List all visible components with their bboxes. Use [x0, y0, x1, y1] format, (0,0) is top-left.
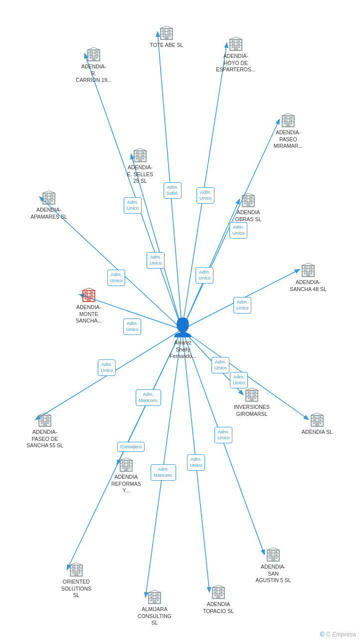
role-badge-b3[interactable]: Adm.Unico — [124, 197, 142, 214]
node-label-adendia_monte_sancha: ADENDIA-MONTESANCHA... — [76, 304, 102, 324]
role-badge-b11[interactable]: Adm.Unico — [230, 372, 248, 388]
svg-rect-194 — [44, 422, 46, 426]
company-node-adendia_monte_sancha[interactable]: ADENDIA-MONTESANCHA... — [69, 287, 109, 324]
svg-rect-40 — [163, 32, 164, 34]
svg-rect-44 — [166, 35, 168, 39]
svg-rect-204 — [129, 461, 130, 463]
company-node-inversiones_giromar[interactable]: INVERSIONESGIROMARSL — [232, 386, 272, 417]
node-label-oriented_solutions: ORIENTEDSOLUTIONSSL — [61, 579, 92, 599]
svg-rect-206 — [129, 464, 130, 466]
svg-rect-102 — [244, 203, 246, 204]
svg-rect-191 — [47, 419, 49, 421]
company-node-adendia_sl[interactable]: ADENDIA SL — [297, 411, 337, 436]
svg-rect-253 — [157, 600, 159, 601]
company-node-adendia_san_agustin[interactable]: ADENDIA-SANAGUSTIN 5 SL — [253, 546, 293, 584]
role-badge-b14[interactable]: Consejero — [117, 442, 145, 452]
svg-rect-134 — [307, 273, 309, 277]
svg-rect-205 — [122, 464, 124, 466]
svg-rect-223 — [276, 557, 277, 559]
node-label-adendia_sancha48: ADENDIA-SANCHA 48 SL — [290, 279, 327, 293]
svg-rect-179 — [316, 422, 318, 426]
svg-rect-71 — [291, 120, 292, 121]
svg-rect-219 — [276, 551, 277, 553]
svg-rect-115 — [45, 197, 46, 199]
svg-rect-193 — [47, 422, 49, 424]
company-node-adendia_r_carrion[interactable]: ADENDIA-R.CARRION 19... — [74, 46, 114, 84]
svg-rect-188 — [41, 416, 42, 418]
svg-rect-161 — [254, 394, 256, 396]
node-label-adendia_e_selles: ADENDIA-E. SELLES25 SL — [127, 164, 154, 185]
svg-rect-249 — [157, 594, 159, 595]
svg-rect-159 — [254, 391, 256, 393]
svg-rect-173 — [313, 416, 315, 418]
svg-rect-148 — [91, 298, 93, 299]
role-badge-b15[interactable]: Adm.Mancom. — [151, 464, 176, 481]
svg-rect-222 — [269, 557, 271, 559]
svg-rect-189 — [47, 416, 49, 418]
svg-rect-101 — [251, 200, 252, 201]
company-node-adendia_obras_sl[interactable]: ADENDIAOBRAS SL — [228, 192, 268, 223]
role-badge-b8[interactable]: Adm.Unico — [123, 319, 141, 335]
role-badge-b17[interactable]: Adm.Unico — [214, 427, 232, 443]
company-node-adendia_paseo_miramar[interactable]: ADENDIA-PASEOMIRAMAR... — [268, 112, 308, 150]
company-node-adendia_apamares[interactable]: ADENDIA-APAMARES SL — [29, 189, 69, 220]
svg-rect-128 — [304, 267, 306, 268]
svg-rect-54 — [238, 40, 240, 42]
svg-rect-143 — [85, 292, 86, 293]
svg-rect-238 — [79, 572, 80, 574]
svg-rect-163 — [254, 397, 256, 399]
svg-rect-252 — [151, 600, 152, 601]
role-badge-b4[interactable]: Adm.Unico — [147, 252, 165, 269]
svg-rect-174 — [320, 416, 321, 418]
company-node-adendia_topacio[interactable]: ADENDIATOPACIO SL — [198, 584, 238, 615]
svg-rect-178 — [320, 422, 321, 424]
svg-rect-23 — [90, 51, 91, 52]
role-badge-b6[interactable]: Adm.Unico — [229, 222, 247, 239]
company-node-tote_abe_sl[interactable]: TOTE ABE SL — [147, 24, 186, 49]
svg-rect-176 — [320, 419, 321, 421]
company-node-oriented_solutions[interactable]: ORIENTEDSOLUTIONSSL — [56, 561, 96, 599]
svg-rect-58 — [238, 46, 240, 48]
svg-rect-104 — [247, 203, 249, 207]
graph-canvas: 👤 AlvarezShellyFernando... © © Empresa A… — [0, 0, 363, 644]
svg-rect-250 — [151, 597, 152, 598]
company-node-adendia_paseo_sancha55[interactable]: ADENDIA-PASEO DESANCHA 55 SL — [25, 411, 65, 449]
svg-rect-239 — [75, 572, 77, 576]
svg-rect-158 — [248, 391, 249, 393]
svg-rect-103 — [251, 203, 252, 204]
svg-rect-57 — [232, 46, 233, 48]
role-badge-b1[interactable]: Adm.Solid. — [164, 182, 182, 199]
role-badge-b16[interactable]: Adm.Unico — [187, 454, 205, 471]
node-label-adendia_topacio: ADENDIATOPACIO SL — [203, 601, 234, 615]
role-badge-b5[interactable]: Adm.Unico — [195, 267, 213, 284]
role-badge-b12[interactable]: Adm.Unico — [98, 359, 116, 376]
role-badge-b13[interactable]: Adm.Mancom. — [136, 389, 161, 406]
svg-rect-177 — [313, 422, 315, 424]
svg-rect-268 — [221, 595, 222, 596]
svg-rect-131 — [311, 270, 312, 271]
role-badge-b2[interactable]: Adm.Unico — [196, 187, 214, 204]
role-badge-b9[interactable]: Adm.Unico — [233, 297, 251, 314]
svg-rect-130 — [304, 270, 306, 271]
svg-rect-209 — [125, 467, 127, 471]
role-badge-b7[interactable]: Adm.Unico — [107, 270, 125, 286]
company-node-almijara_consulting[interactable]: ALMIJARACONSULTINGSL — [135, 589, 175, 627]
svg-rect-145 — [85, 295, 86, 296]
svg-rect-28 — [96, 57, 98, 58]
svg-rect-269 — [217, 595, 219, 599]
svg-rect-68 — [284, 117, 286, 118]
svg-rect-221 — [276, 554, 277, 556]
svg-rect-25 — [90, 54, 91, 55]
svg-rect-133 — [311, 273, 312, 274]
company-node-adendia_reformas[interactable]: ADENDIAREFORMASY... — [106, 456, 146, 494]
company-node-adendia_hoyo[interactable]: ADENDIA-HOYO DEESPARTEROS... — [216, 35, 256, 73]
center-node[interactable]: 👤 AlvarezShellyFernando... — [170, 317, 196, 360]
company-node-adendia_e_selles[interactable]: ADENDIA-E. SELLES25 SL — [120, 147, 160, 185]
svg-rect-129 — [311, 267, 312, 268]
svg-rect-265 — [214, 592, 216, 593]
role-badge-b10[interactable]: Adm.Unico — [211, 357, 229, 373]
node-label-adendia_obras_sl: ADENDIAOBRAS SL — [235, 209, 262, 223]
svg-rect-113 — [45, 194, 46, 196]
svg-rect-99 — [251, 197, 252, 198]
company-node-adendia_sancha48[interactable]: ADENDIA-SANCHA 48 SL — [288, 262, 328, 293]
